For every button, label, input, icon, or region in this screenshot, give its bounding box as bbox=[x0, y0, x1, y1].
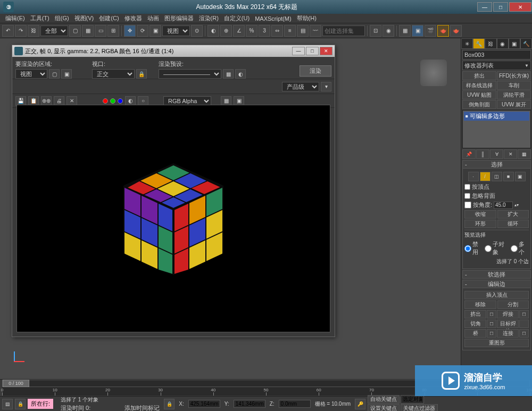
chamfer-button[interactable]: 切角 bbox=[464, 320, 486, 328]
key-button[interactable]: 🔑 bbox=[355, 399, 365, 409]
create-tab[interactable]: ✳ bbox=[461, 38, 473, 49]
chamfer-settings[interactable]: □ bbox=[487, 320, 496, 328]
mod-lathe-button[interactable]: 车削 bbox=[497, 81, 531, 90]
by-vertex-check[interactable]: 按顶点 bbox=[464, 183, 529, 191]
subobj-edge[interactable]: / bbox=[480, 172, 491, 181]
render-area-btn2[interactable]: ▣ bbox=[61, 69, 72, 79]
snap-button[interactable]: ⊕ bbox=[220, 25, 232, 37]
render-close-button[interactable]: ✕ bbox=[320, 47, 332, 55]
loop-button[interactable]: 循环 bbox=[497, 220, 529, 228]
render-lock-button[interactable]: 🔒 bbox=[136, 69, 147, 79]
modify-tab[interactable]: 🔧 bbox=[473, 38, 485, 49]
angle-snap-button[interactable]: ∠ bbox=[233, 25, 245, 37]
create-shape-button[interactable]: 重图形 bbox=[464, 339, 529, 347]
menu-render[interactable]: 渲染(R) bbox=[197, 14, 221, 23]
ref-coord-select[interactable]: 视图 bbox=[162, 26, 190, 36]
stack-item-epoly[interactable]: 可编辑多边形 bbox=[464, 112, 529, 121]
window-minimize-button[interactable]: — bbox=[477, 2, 492, 12]
subobj-poly[interactable]: ■ bbox=[503, 172, 514, 181]
menu-graph[interactable]: 图形编辑器 bbox=[162, 14, 196, 23]
rotate-button[interactable]: ⟳ bbox=[137, 25, 148, 37]
mod-spline-button[interactable]: 样条线选择 bbox=[462, 81, 496, 90]
manip-button[interactable]: ◐ bbox=[207, 25, 219, 37]
unique-button[interactable]: ∀ bbox=[490, 149, 503, 159]
hierarchy-tab[interactable]: ⛓ bbox=[485, 38, 496, 49]
setkey-button[interactable]: 设置关键点 bbox=[368, 404, 400, 411]
clone-button[interactable]: ⊕⊕ bbox=[41, 96, 52, 106]
spinner-snap-button[interactable]: 3 bbox=[259, 25, 270, 37]
split-button[interactable]: 分割 bbox=[497, 300, 529, 309]
menu-anim[interactable]: 动画 bbox=[145, 14, 161, 23]
select-button[interactable]: ▢ bbox=[69, 25, 81, 37]
connect-settings[interactable]: □ bbox=[519, 329, 529, 338]
viewcube-gizmo[interactable] bbox=[420, 60, 447, 86]
selset-field[interactable] bbox=[401, 395, 424, 404]
insert-vertex-button[interactable]: 插入顶点 bbox=[464, 291, 529, 299]
z-coord-field[interactable] bbox=[279, 400, 311, 408]
render-area-btn1[interactable]: ▢ bbox=[49, 69, 60, 79]
weld-settings[interactable]: □ bbox=[519, 310, 529, 318]
green-channel-toggle[interactable] bbox=[110, 98, 115, 104]
render-area-select[interactable]: 视图 bbox=[15, 69, 47, 79]
menu-edit[interactable]: 编辑(E) bbox=[3, 14, 27, 23]
menu-script[interactable]: MAXScript(M) bbox=[253, 15, 293, 22]
rect-select-button[interactable]: ▭ bbox=[95, 25, 106, 37]
blue-channel-toggle[interactable] bbox=[118, 98, 123, 104]
undo-button[interactable]: ↶ bbox=[2, 25, 14, 37]
connect-button[interactable]: 连接 bbox=[497, 329, 519, 338]
menu-create[interactable]: 创建(C) bbox=[97, 14, 121, 23]
render-preset-select[interactable]: ———————— bbox=[159, 69, 221, 79]
percent-snap-button[interactable]: % bbox=[246, 25, 257, 37]
pin-stack-button[interactable]: 📌 bbox=[462, 149, 476, 159]
bridge-settings[interactable]: □ bbox=[487, 329, 496, 338]
menu-custom[interactable]: 自定义(U) bbox=[222, 14, 252, 23]
window-close-button[interactable]: ✕ bbox=[509, 2, 531, 12]
copy-image-button[interactable]: 📋 bbox=[28, 96, 39, 106]
mirror-button[interactable]: ⇔ bbox=[271, 25, 283, 37]
autokey-button[interactable]: 自动关键点 bbox=[368, 395, 400, 404]
save-image-button[interactable]: 💾 bbox=[15, 96, 26, 106]
subobj-border[interactable]: ◫ bbox=[492, 172, 502, 181]
curve-editor-button[interactable]: 〰 bbox=[310, 25, 321, 37]
by-angle-check[interactable] bbox=[464, 202, 471, 208]
menu-modifier[interactable]: 修改器 bbox=[122, 14, 144, 23]
render-output-btn[interactable]: ▾ bbox=[321, 82, 331, 91]
menu-tools[interactable]: 工具(T) bbox=[28, 14, 52, 23]
scale-button[interactable]: ▣ bbox=[149, 25, 161, 37]
mod-turbo-button[interactable]: 涡轮平滑 bbox=[497, 90, 531, 99]
mod-uvw-button[interactable]: UVW 贴图 bbox=[462, 90, 496, 99]
teapot-icon[interactable]: 🫖 bbox=[450, 25, 462, 37]
render-setup-btn[interactable]: ▦ bbox=[223, 69, 234, 79]
named-selset-input[interactable] bbox=[322, 26, 365, 36]
render-button[interactable]: 渲染 bbox=[300, 65, 331, 77]
lock-button[interactable]: 🔒 bbox=[15, 399, 26, 409]
angle-spinner[interactable] bbox=[494, 202, 513, 209]
print-button[interactable]: 🖨 bbox=[54, 96, 64, 106]
object-name-field[interactable]: Box003 bbox=[462, 50, 531, 60]
grow-button[interactable]: 扩大 bbox=[497, 210, 529, 219]
lock-selection-button[interactable]: 🔒 bbox=[164, 399, 174, 409]
keyfilter-button[interactable]: 关键点过滤器 bbox=[401, 404, 438, 411]
remove-button[interactable]: 移除 bbox=[464, 300, 496, 309]
quick-render-button[interactable]: 🫖 bbox=[437, 25, 449, 37]
menu-group[interactable]: 组(G) bbox=[53, 14, 71, 23]
extrude-button[interactable]: 挤出 bbox=[464, 310, 486, 318]
channel-select[interactable]: RGB Alpha bbox=[163, 96, 211, 106]
schematic-button[interactable]: ⊡ bbox=[370, 25, 381, 37]
target-weld-button[interactable]: 目标焊接 bbox=[497, 320, 519, 328]
rollout-selection-header[interactable]: 选择 bbox=[462, 160, 531, 169]
motion-tab[interactable]: ◉ bbox=[497, 38, 509, 49]
y-coord-field[interactable] bbox=[234, 400, 265, 408]
select-name-button[interactable]: ▦ bbox=[82, 25, 94, 37]
preview-sub-radio[interactable]: 子对象 bbox=[485, 240, 508, 256]
subobj-vertex[interactable]: · bbox=[468, 172, 479, 181]
render-output-select[interactable]: 产品级 bbox=[282, 82, 319, 91]
selection-filter[interactable]: 全部 bbox=[40, 26, 68, 36]
ring-button[interactable]: 环形 bbox=[464, 220, 496, 228]
subobj-element[interactable]: ▣ bbox=[515, 172, 526, 181]
move-button[interactable]: ✥ bbox=[124, 25, 136, 37]
config-button[interactable]: ▦ bbox=[518, 149, 531, 159]
x-coord-field[interactable] bbox=[188, 400, 220, 408]
layer-button[interactable]: ▤ bbox=[297, 25, 309, 37]
show-result-button[interactable]: ║ bbox=[476, 149, 489, 159]
